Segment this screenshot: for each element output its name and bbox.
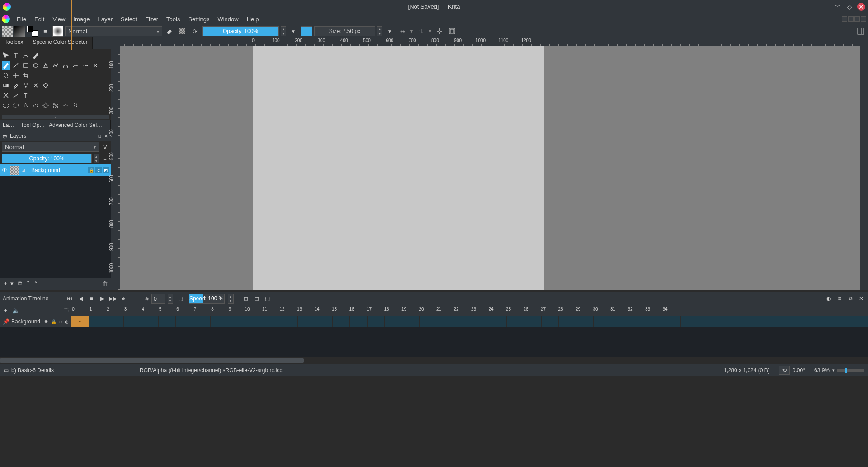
size-slider[interactable]: Size: 7.50 px <box>314 26 375 36</box>
rect-select-tool-icon[interactable] <box>2 101 10 109</box>
dock-btn-2[interactable] <box>848 16 854 22</box>
timeline-float-icon[interactable]: ⧉ <box>846 294 854 303</box>
timeline-cell[interactable] <box>611 316 629 327</box>
timeline-cell[interactable] <box>663 316 681 327</box>
timeline-cell[interactable] <box>228 316 246 327</box>
layer-menu-icon[interactable]: ≡ <box>101 154 109 163</box>
timeline-cell[interactable] <box>472 316 490 327</box>
rectangle-tool-icon[interactable] <box>22 61 30 70</box>
toolbox-handle[interactable]: ▾ <box>2 115 109 119</box>
timeline-cell[interactable] <box>524 316 542 327</box>
pattern-edit-tool-icon[interactable] <box>22 81 30 89</box>
layer-opacity-slider[interactable]: Opacity: 100% <box>2 154 92 163</box>
onion-next-icon[interactable]: ◻ <box>253 294 261 303</box>
tab-tool-options[interactable]: Tool Op… <box>18 120 46 131</box>
timeline-close-icon[interactable]: ✕ <box>857 294 865 303</box>
similar-select-tool-icon[interactable] <box>52 101 60 109</box>
canvas-viewport[interactable] <box>120 46 860 290</box>
timeline-cell[interactable] <box>211 316 228 327</box>
bezier-select-tool-icon[interactable] <box>61 101 70 109</box>
lock-icon[interactable]: 🔒 <box>88 167 94 173</box>
opacity-slider[interactable]: Opacity: 100% <box>202 26 279 36</box>
tab-advanced-color[interactable]: Advanced Color Sel… <box>46 120 111 131</box>
line-tool-icon[interactable] <box>12 61 20 70</box>
horizontal-ruler[interactable]: 0100200300400500600700800900100011001200 <box>120 37 860 46</box>
timeline-cell[interactable] <box>124 316 142 327</box>
move-up-icon[interactable]: ˄ <box>34 280 38 287</box>
menu-layer[interactable]: Layer <box>94 14 117 24</box>
opacity-menu-icon[interactable]: ▼ <box>288 26 299 37</box>
mirror-v-icon[interactable]: ⥮ <box>415 26 426 37</box>
menu-filter[interactable]: Filter <box>141 14 162 24</box>
canvas[interactable] <box>253 46 544 290</box>
ellipse-select-tool-icon[interactable] <box>12 101 20 109</box>
frame-number-input[interactable]: 0 <box>151 294 165 304</box>
dock-btn-1[interactable] <box>842 16 847 22</box>
reload-preset-icon[interactable]: ⟳ <box>189 26 200 37</box>
menu-image[interactable]: Image <box>69 14 94 24</box>
size-menu-icon[interactable]: ▼ <box>384 26 395 37</box>
mirror-h-menu[interactable]: ▼ <box>410 29 414 33</box>
timeline-menu-icon[interactable]: ≡ <box>835 294 844 303</box>
timeline-cell[interactable] <box>420 316 437 327</box>
reference-tool-icon[interactable] <box>22 91 30 99</box>
visibility-icon[interactable]: 👁 <box>2 167 7 173</box>
timeline-cell[interactable] <box>576 316 594 327</box>
duplicate-layer-icon[interactable]: ⧉ <box>18 280 22 287</box>
layer-properties-icon[interactable]: ≡ <box>42 280 46 287</box>
layer-blend-combo[interactable]: Normal ▾ <box>2 142 99 152</box>
calligraphy-tool-icon[interactable] <box>32 51 40 60</box>
polygon-tool-icon[interactable] <box>42 61 50 70</box>
tab-layers-short[interactable]: La… <box>0 120 18 131</box>
timeline-cell[interactable] <box>71 316 89 327</box>
add-keyframe-icon[interactable]: ＋ <box>3 306 9 314</box>
timeline-cell[interactable] <box>176 316 193 327</box>
text-tool-icon[interactable] <box>12 51 20 60</box>
track-lock-icon[interactable]: 🔒 <box>51 319 57 324</box>
close-dock-icon[interactable]: ✕ <box>104 133 108 139</box>
track-onion-icon[interactable]: ◐ <box>65 319 69 324</box>
menu-edit[interactable]: Edit <box>30 14 48 24</box>
dock-btn-3[interactable] <box>854 16 860 22</box>
contiguous-select-tool-icon[interactable] <box>42 101 50 109</box>
timeline-cell[interactable] <box>437 316 455 327</box>
menu-help[interactable]: Help <box>243 14 263 24</box>
transform-tool-icon[interactable] <box>2 71 10 79</box>
polygon-select-tool-icon[interactable] <box>22 101 30 109</box>
menu-tools[interactable]: Tools <box>162 14 184 24</box>
menu-file[interactable]: File <box>13 14 30 24</box>
timeline-cell[interactable] <box>106 316 124 327</box>
move-layer-tool-icon[interactable] <box>12 71 20 79</box>
speed-slider[interactable]: Speed: 100 % <box>189 294 225 304</box>
freehand-select-tool-icon[interactable] <box>32 101 40 109</box>
mirror-v-menu[interactable]: ▼ <box>428 29 432 33</box>
timeline-cell[interactable] <box>141 316 159 327</box>
gradient-swatch[interactable] <box>14 26 25 37</box>
timeline-cell[interactable] <box>385 316 402 327</box>
maximize-button[interactable]: ◇ <box>845 3 854 11</box>
smart-patch-tool-icon[interactable] <box>32 81 40 89</box>
brush-preview[interactable] <box>52 26 63 37</box>
alpha-icon[interactable]: α <box>95 167 102 173</box>
polyline-tool-icon[interactable] <box>52 61 60 70</box>
brush-settings-icon[interactable]: ≡ <box>40 26 51 37</box>
timeline-cell[interactable] <box>245 316 263 327</box>
filter-layers-icon[interactable]: ∇ <box>101 142 109 151</box>
crop-tool-icon[interactable] <box>22 71 30 79</box>
zoom-menu-icon[interactable]: ▾ <box>832 368 835 373</box>
timeline-cell[interactable] <box>646 316 664 327</box>
zoom-label[interactable]: 63.9% <box>814 367 830 374</box>
menu-select[interactable]: Select <box>117 14 141 24</box>
menu-view[interactable]: View <box>48 14 69 24</box>
bezier-tool-icon[interactable] <box>61 61 70 70</box>
colorspace-label[interactable]: RGB/Alpha (8-bit integer/channel) sRGB-e… <box>140 367 282 374</box>
edit-shapes-tool-icon[interactable] <box>22 51 30 60</box>
timeline-settings-icon[interactable]: ⬚ <box>63 307 69 314</box>
freehand-path-tool-icon[interactable] <box>71 61 80 70</box>
fill-tool-icon[interactable] <box>42 81 50 89</box>
freehand-brush-tool-icon[interactable] <box>2 61 10 70</box>
timeline-track[interactable] <box>71 316 868 327</box>
gradient-tool-icon[interactable] <box>2 81 10 89</box>
layer-opacity-spinner[interactable]: ▴▾ <box>94 154 99 163</box>
track-alpha-icon[interactable]: α <box>59 319 62 324</box>
